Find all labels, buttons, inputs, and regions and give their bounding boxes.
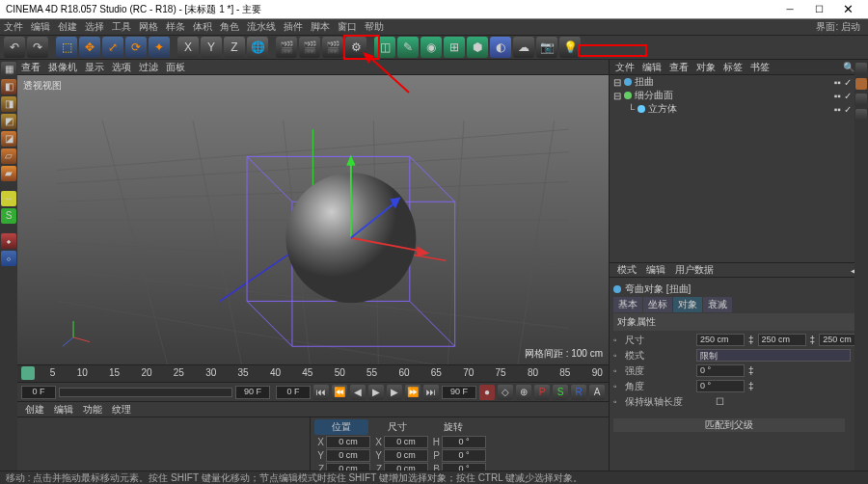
rot-p[interactable]: 0 °	[442, 449, 486, 462]
fit-parent-button[interactable]: 匹配到父级	[613, 418, 845, 432]
record-button[interactable]: ●	[479, 385, 495, 400]
key-a[interactable]: A	[589, 385, 605, 400]
size-x-input[interactable]: 250 cm	[696, 334, 745, 346]
menu-plugins[interactable]: 插件	[284, 20, 303, 34]
instance[interactable]: ⬢	[467, 37, 488, 58]
timeline[interactable]: 0510 152025 303540 455055 606570 758085 …	[17, 364, 609, 382]
key-p[interactable]: P	[534, 385, 550, 400]
move-tool[interactable]: ✥	[79, 37, 100, 58]
enable-axis-icon[interactable]: ↔	[1, 191, 16, 206]
menu-create[interactable]: 创建	[58, 20, 77, 34]
prev-key[interactable]: ⏪	[332, 385, 347, 400]
y-axis-toggle[interactable]: Y	[201, 37, 222, 58]
om-edit[interactable]: 编辑	[642, 61, 662, 74]
playhead[interactable]	[21, 366, 35, 380]
menu-volume[interactable]: 体积	[193, 20, 212, 34]
attr-tab-object[interactable]: 对象	[673, 297, 702, 312]
pos-x[interactable]: 0 cm	[326, 436, 370, 448]
vp-filter[interactable]: 过滤	[139, 61, 158, 74]
attr-tab-coord[interactable]: 坐标	[643, 297, 672, 312]
angle-input[interactable]: 0 °	[696, 380, 745, 392]
range-start[interactable]: 0 F	[21, 386, 56, 399]
vp-options[interactable]: 选项	[112, 61, 131, 74]
light[interactable]: 💡	[559, 37, 581, 58]
tab-texture[interactable]: 纹理	[112, 403, 131, 417]
menu-spline[interactable]: 样条	[166, 20, 185, 34]
key-pos[interactable]: ⊕	[516, 385, 531, 400]
maximize-button[interactable]: ☐	[804, 1, 833, 18]
menu-window[interactable]: 窗口	[338, 20, 357, 34]
layout-label[interactable]: 界面: 启动	[816, 20, 860, 34]
om-tags[interactable]: 标签	[723, 61, 743, 74]
menu-file[interactable]: 文件	[4, 20, 23, 34]
recent-tool[interactable]: ✦	[149, 37, 170, 58]
om-object[interactable]: 对象	[696, 61, 716, 74]
texture-mode-icon[interactable]: ◨	[1, 96, 16, 112]
menu-tools[interactable]: 工具	[112, 20, 131, 34]
environment[interactable]: ☁	[513, 37, 534, 58]
workplane-icon[interactable]: ◩	[1, 114, 16, 129]
goto-end[interactable]: ⏭	[423, 385, 439, 400]
snap-icon[interactable]: ⬥	[1, 233, 16, 249]
vp-camera[interactable]: 摄像机	[48, 61, 77, 74]
keep-y-checkbox[interactable]: ☐	[716, 396, 724, 407]
range-end[interactable]: 90 F	[235, 386, 270, 399]
menu-help[interactable]: 帮助	[365, 20, 384, 34]
subdiv-surface[interactable]: ◉	[420, 37, 442, 58]
camera[interactable]: 📷	[536, 37, 557, 58]
coord-tab-size[interactable]: 尺寸	[370, 420, 424, 434]
vp-panel[interactable]: 面板	[166, 61, 185, 74]
om-bookmarks[interactable]: 书签	[750, 61, 770, 74]
tab-create[interactable]: 创建	[25, 403, 44, 417]
render-region[interactable]: 🎬	[299, 37, 320, 58]
strip-icon[interactable]	[855, 109, 867, 121]
size-y-input[interactable]: 250 cm	[758, 334, 806, 346]
edge-mode-icon[interactable]: ▱	[1, 148, 16, 164]
minimize-button[interactable]: ─	[775, 1, 804, 18]
attr-edit[interactable]: 编辑	[646, 263, 665, 277]
menu-character[interactable]: 角色	[220, 20, 239, 34]
z-axis-toggle[interactable]: Z	[224, 37, 245, 58]
size-x[interactable]: 0 cm	[384, 436, 428, 448]
attr-tab-falloff[interactable]: 衰减	[703, 297, 732, 312]
viewport[interactable]: 透视视图 网格间距 : 100 cm	[17, 75, 609, 364]
menu-mesh[interactable]: 网格	[139, 20, 158, 34]
strip-icon[interactable]	[855, 78, 867, 90]
attr-userdata[interactable]: 用户数据	[675, 263, 714, 277]
rotate-tool[interactable]: ⟳	[125, 37, 147, 58]
mode-select[interactable]: 限制	[696, 349, 851, 362]
strip-icon[interactable]	[855, 63, 867, 74]
bend-deformer[interactable]: ◐	[490, 37, 511, 58]
array-gen[interactable]: ⊞	[444, 37, 465, 58]
obj-name[interactable]: 细分曲面	[635, 89, 673, 102]
play-button[interactable]: ▶	[368, 385, 384, 400]
search-icon[interactable]: 🔍	[843, 62, 854, 72]
select-tool[interactable]: ⬚	[56, 37, 77, 58]
autokey-button[interactable]: ◇	[498, 385, 513, 400]
range-slider[interactable]	[59, 388, 232, 397]
strip-icon[interactable]	[855, 94, 867, 105]
poly-mode-icon[interactable]: ▰	[1, 166, 16, 181]
model-mode-icon[interactable]: ◧	[1, 79, 16, 94]
vp-view[interactable]: 查看	[21, 61, 41, 74]
next-frame[interactable]: ▶	[387, 385, 402, 400]
make-editable-icon[interactable]: ▦	[1, 62, 16, 77]
obj-name[interactable]: 扭曲	[635, 75, 654, 89]
render-view[interactable]: 🎬	[276, 37, 297, 58]
range-end2[interactable]: 90 F	[442, 386, 476, 399]
obj-name[interactable]: 立方体	[648, 102, 677, 116]
coord-tab-pos[interactable]: 位置	[314, 419, 368, 435]
goto-start[interactable]: ⏮	[313, 385, 329, 400]
rot-h[interactable]: 0 °	[442, 436, 486, 448]
redo-button[interactable]: ↷	[27, 37, 48, 58]
attr-mode[interactable]: 模式	[617, 263, 637, 277]
x-axis-toggle[interactable]: X	[177, 37, 199, 58]
material-manager[interactable]	[17, 417, 310, 471]
key-s[interactable]: S	[553, 385, 568, 400]
undo-button[interactable]: ↶	[4, 37, 25, 58]
vp-display[interactable]: 显示	[85, 61, 104, 74]
tab-function[interactable]: 功能	[83, 403, 102, 417]
point-mode-icon[interactable]: ◪	[1, 131, 16, 147]
viewport-solo-icon[interactable]: S	[1, 208, 16, 224]
close-button[interactable]: ✕	[833, 1, 862, 18]
